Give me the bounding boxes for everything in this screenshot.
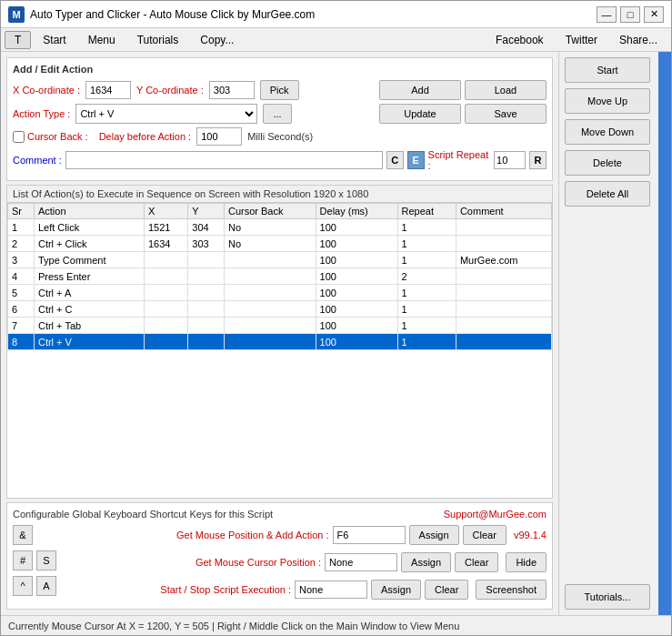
- table-cell-repeat: 1: [397, 334, 456, 350]
- table-cell-action: Ctrl + C: [34, 301, 144, 318]
- table-cell-y: [188, 268, 225, 285]
- pick-button[interactable]: Pick: [260, 80, 299, 100]
- col-cursor-back: Cursor Back: [224, 204, 316, 219]
- move-up-button[interactable]: Move Up: [565, 88, 650, 114]
- shortcut-input-0[interactable]: [333, 526, 406, 544]
- shortcut-assign-2[interactable]: Assign: [371, 580, 421, 600]
- table-row[interactable]: 1Left Click1521304No1001: [8, 219, 552, 236]
- table-cell-action: Left Click: [34, 219, 144, 236]
- table-cell-x: [144, 318, 187, 334]
- screenshot-button[interactable]: Screenshot: [476, 580, 547, 600]
- update-button[interactable]: Update: [379, 104, 461, 124]
- move-down-button[interactable]: Move Down: [565, 119, 650, 145]
- close-button[interactable]: ✕: [644, 6, 664, 23]
- shortcut-assign-0[interactable]: Assign: [409, 525, 459, 545]
- main-content: Add / Edit Action X Co-ordinate : Y Co-o…: [1, 52, 671, 615]
- table-cell-action: Ctrl + V: [34, 334, 144, 350]
- special-btn-hash[interactable]: #: [13, 550, 33, 570]
- special-btn-caret[interactable]: ^: [13, 576, 33, 596]
- cursor-back-label: Cursor Back :: [13, 131, 88, 143]
- load-button[interactable]: Load: [465, 80, 547, 100]
- comment-input[interactable]: [65, 151, 383, 169]
- main-window: M Auto Typer and Clicker - Auto Mouse Cl…: [0, 0, 672, 636]
- r-button[interactable]: R: [529, 151, 547, 169]
- table-cell-sr: 5: [8, 285, 35, 301]
- shortcuts-grid: & # S ^ A Get Mo: [13, 525, 547, 603]
- shortcut-label-2: Start / Stop Script Execution :: [62, 584, 291, 595]
- delete-button[interactable]: Delete: [565, 150, 650, 176]
- tutorials-button[interactable]: Tutorials...: [565, 584, 650, 610]
- col-comment: Comment: [456, 204, 551, 219]
- table-cell-delay: 100: [316, 318, 397, 334]
- y-coordinate-input[interactable]: [209, 81, 255, 99]
- special-btn-s[interactable]: S: [36, 550, 56, 570]
- table-row[interactable]: 8Ctrl + V1001: [8, 334, 552, 350]
- shortcut-input-1[interactable]: [325, 553, 397, 571]
- delay-input[interactable]: [196, 127, 242, 146]
- right-panel: Start Move Up Move Down Delete Delete Al…: [558, 52, 658, 615]
- col-y: Y: [188, 204, 225, 219]
- shortcut-clear-1[interactable]: Clear: [455, 552, 498, 572]
- table-row[interactable]: 3Type Comment1001MurGee.com: [8, 252, 552, 268]
- dots-button[interactable]: ...: [263, 104, 291, 124]
- add-edit-title: Add / Edit Action: [13, 64, 547, 75]
- special-btn-amp[interactable]: &: [13, 525, 33, 545]
- title-bar-left: M Auto Typer and Clicker - Auto Mouse Cl…: [8, 6, 315, 23]
- table-cell-repeat: 1: [397, 219, 456, 236]
- comment-row: Comment : C E Script Repeat : R: [13, 149, 547, 171]
- menu-item-copy[interactable]: Copy...: [190, 31, 244, 49]
- save-button[interactable]: Save: [465, 104, 547, 124]
- add-edit-section: Add / Edit Action X Co-ordinate : Y Co-o…: [6, 57, 553, 181]
- minimize-button[interactable]: —: [597, 6, 617, 23]
- menu-item-twitter[interactable]: Twitter: [556, 31, 607, 49]
- x-coordinate-label: X Co-ordinate :: [13, 85, 80, 96]
- shortcuts-header: Configurable Global Keyboard Shortcut Ke…: [13, 509, 547, 520]
- table-cell-sr: 6: [8, 301, 35, 318]
- table-row[interactable]: 7Ctrl + Tab1001: [8, 318, 552, 334]
- table-cell-x: 1634: [144, 236, 187, 252]
- add-button[interactable]: Add: [379, 80, 461, 100]
- menu-item-tutorials[interactable]: Tutorials: [127, 31, 189, 49]
- shortcut-clear-2[interactable]: Clear: [425, 580, 468, 600]
- maximize-button[interactable]: □: [620, 6, 640, 23]
- support-link[interactable]: Support@MurGee.com: [444, 509, 547, 520]
- table-cell-y: [188, 285, 225, 301]
- shortcut-assign-1[interactable]: Assign: [401, 552, 451, 572]
- table-row[interactable]: 2Ctrl + Click1634303No1001: [8, 236, 552, 252]
- table-cell-comment: [456, 318, 551, 334]
- shortcut-clear-0[interactable]: Clear: [463, 525, 507, 545]
- table-cell-sr: 4: [8, 268, 35, 285]
- table-row[interactable]: 6Ctrl + C1001: [8, 301, 552, 318]
- sidebar-accent: [658, 52, 671, 615]
- table-cell-y: 303: [188, 236, 225, 252]
- e-button[interactable]: E: [407, 151, 425, 169]
- menu-item-menu[interactable]: Menu: [78, 31, 125, 49]
- table-row[interactable]: 4Press Enter1002: [8, 268, 552, 285]
- cursor-back-checkbox[interactable]: [13, 131, 25, 143]
- special-btn-a[interactable]: A: [36, 576, 56, 596]
- shortcuts-left-col: & # S ^ A: [13, 525, 56, 598]
- menu-item-share[interactable]: Share...: [609, 31, 667, 49]
- table-cell-repeat: 1: [397, 252, 456, 268]
- col-repeat: Repeat: [397, 204, 456, 219]
- table-cell-action: Press Enter: [34, 268, 144, 285]
- table-cell-repeat: 1: [397, 301, 456, 318]
- table-header-row: Sr Action X Y Cursor Back Delay (ms) Rep…: [8, 204, 552, 219]
- menu-item-facebook[interactable]: Facebook: [486, 31, 554, 49]
- menu-item-start[interactable]: Start: [33, 31, 75, 49]
- shortcut-row-2: Start / Stop Script Execution : Assign C…: [62, 580, 547, 600]
- script-repeat-input[interactable]: [494, 151, 526, 169]
- menu-item-t[interactable]: T: [5, 31, 31, 49]
- table-cell-cursor_back: No: [224, 236, 316, 252]
- c-button[interactable]: C: [386, 151, 404, 169]
- version-label: v99.1.4: [514, 530, 547, 540]
- delete-all-button[interactable]: Delete All: [565, 181, 650, 207]
- x-coordinate-input[interactable]: [85, 81, 131, 99]
- table-cell-action: Type Comment: [34, 252, 144, 268]
- app-icon: M: [8, 6, 25, 23]
- action-type-select[interactable]: Ctrl + V: [75, 104, 257, 124]
- shortcut-input-2[interactable]: [295, 580, 367, 599]
- start-button[interactable]: Start: [565, 57, 650, 83]
- table-row[interactable]: 5Ctrl + A1001: [8, 285, 552, 301]
- hide-button[interactable]: Hide: [506, 552, 547, 572]
